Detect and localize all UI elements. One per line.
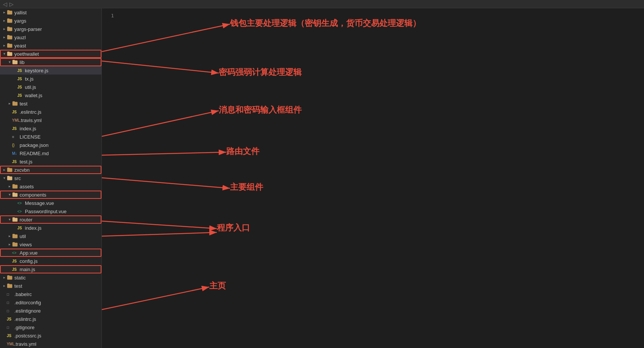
tree-item-test[interactable]: ▸ test <box>0 99 101 108</box>
svg-line-6 <box>102 221 217 229</box>
tree-item-views[interactable]: ▸ views <box>0 240 101 249</box>
folder-arrow-yeast[interactable]: ▸ <box>2 43 7 48</box>
tree-item-.travis.yml[interactable]: YML.travis.yml <box>0 116 101 124</box>
tree-item-.travis.yml2[interactable]: YML.travis.yml <box>0 340 101 348</box>
file-label-.gitignore: .gitignore <box>14 325 34 330</box>
tree-item-.eslintrc.js2[interactable]: JS.eslintrc.js <box>0 315 101 323</box>
editor-area: 1 钱包主要处理逻辑（密钥生成，货币交易处理逻辑）密码强弱计算处理逻辑消息和密码… <box>102 8 644 348</box>
folder-icon-util <box>12 233 18 239</box>
folder-arrow-static[interactable]: ▸ <box>2 275 7 280</box>
folder-arrow-router[interactable]: ▾ <box>7 217 12 222</box>
nav-prev-button[interactable]: ◁ <box>2 1 8 7</box>
folder-icon-zxcvbn <box>7 167 13 173</box>
tree-item-index.js[interactable]: JSindex.js <box>0 124 101 133</box>
folder-icon-yauzl <box>7 34 13 40</box>
file-label-test.js: test.js <box>20 159 32 165</box>
file-icon-App.vue: <> <box>12 251 18 255</box>
folder-label-yoethwallet: yoethwallet <box>14 51 39 57</box>
file-label-.eslintrc.js: .eslintrc.js <box>20 109 41 115</box>
folder-arrow-zxcvbn[interactable]: ▸ <box>2 167 7 172</box>
tree-item-.gitignore[interactable]: □.gitignore <box>0 323 101 331</box>
tree-item-yeast[interactable]: ▸ yeast <box>0 41 101 50</box>
folder-arrow-util[interactable]: ▸ <box>7 234 12 239</box>
svg-line-3 <box>102 111 219 136</box>
tree-item-config.js[interactable]: JSconfig.js <box>0 257 101 265</box>
line-number: 1 <box>102 12 114 20</box>
folder-arrow-yargs[interactable]: ▸ <box>2 18 7 23</box>
folder-arrow-yauzl[interactable]: ▸ <box>2 35 7 40</box>
tree-item-util[interactable]: ▸ util <box>0 232 101 240</box>
folder-arrow-lib[interactable]: ▾ <box>7 60 12 65</box>
tree-item-keystore.js[interactable]: JSkeystore.js <box>0 66 101 75</box>
folder-arrow-yargs-parser[interactable]: ▸ <box>2 26 7 32</box>
tree-item-yargs-parser[interactable]: ▸ yargs-parser <box>0 25 101 33</box>
folder-arrow-yoethwallet[interactable]: ▾ <box>2 51 7 56</box>
nav-arrows[interactable]: ◁ ▷ <box>2 1 14 7</box>
tree-item-router[interactable]: ▾ router <box>0 215 101 224</box>
folder-label-util: util <box>20 234 26 239</box>
folder-arrow-test-root[interactable]: ▸ <box>2 283 7 288</box>
tree-item-yauzl[interactable]: ▸ yauzl <box>0 33 101 41</box>
nav-next-button[interactable]: ▷ <box>9 1 14 7</box>
main-layout: ▸ yallist▸ yargs▸ yargs-parser▸ yauzl▸ y… <box>0 8 644 348</box>
file-label-.babelrc: .babelrc <box>14 292 32 297</box>
tree-item-assets[interactable]: ▸ assets <box>0 182 101 191</box>
file-tree-sidebar[interactable]: ▸ yallist▸ yargs▸ yargs-parser▸ yauzl▸ y… <box>0 8 102 348</box>
tree-item-.babelrc[interactable]: □.babelrc <box>0 290 101 298</box>
tree-item-test.js[interactable]: JStest.js <box>0 157 101 166</box>
tree-item-README.md[interactable]: M↓README.md <box>0 149 101 157</box>
tree-item-router-index.js[interactable]: JSindex.js <box>0 224 101 232</box>
tree-item-util.js[interactable]: JSutil.js <box>0 83 101 91</box>
folder-label-yargs: yargs <box>14 18 26 24</box>
tree-item-zxcvbn[interactable]: ▸ zxcvbn <box>0 166 101 174</box>
tree-item-.eslintignore[interactable]: □.eslintignore <box>0 307 101 315</box>
file-icon-.travis.yml2: YML <box>7 342 13 346</box>
tree-item-yallist[interactable]: ▸ yallist <box>0 8 101 17</box>
tree-item-package.json[interactable]: {}package.json <box>0 141 101 149</box>
tree-item-App.vue[interactable]: <>App.vue <box>0 249 101 257</box>
tree-item-static[interactable]: ▸ static <box>0 273 101 282</box>
folder-icon-assets <box>12 183 18 189</box>
folder-arrow-views[interactable]: ▸ <box>7 242 12 247</box>
file-icon-.eslintignore: □ <box>7 309 13 313</box>
tree-item-.eslintrc.js[interactable]: JS.eslintrc.js <box>0 108 101 116</box>
file-icon-wallet.js: JS <box>17 93 23 98</box>
file-icon-.eslintrc.js: JS <box>12 110 18 114</box>
tree-item-.postcssrc.js[interactable]: JS.postcssrc.js <box>0 331 101 340</box>
tree-item-Message.vue[interactable]: <>Message.vue <box>0 199 101 207</box>
folder-arrow-yallist[interactable]: ▸ <box>2 10 7 15</box>
annotation-ann3: 消息和密码输入框组件 <box>219 104 302 116</box>
file-label-keystore.js: keystore.js <box>25 68 48 73</box>
folder-arrow-assets[interactable]: ▸ <box>7 184 12 189</box>
folder-arrow-components[interactable]: ▾ <box>7 192 12 197</box>
tree-item-tx.js[interactable]: JStx.js <box>0 75 101 83</box>
file-icon-util.js: JS <box>17 85 23 89</box>
folder-label-yallist: yallist <box>14 10 27 15</box>
svg-line-8 <box>102 287 209 310</box>
folder-icon-yargs <box>7 18 13 24</box>
svg-line-1 <box>102 24 230 52</box>
file-label-App.vue: App.vue <box>20 250 38 256</box>
tree-item-src[interactable]: ▾ src <box>0 174 101 182</box>
tree-item-LICENSE[interactable]: ≡LICENSE <box>0 133 101 141</box>
file-label-.postcssrc.js: .postcssrc.js <box>14 333 41 339</box>
folder-label-components: components <box>20 192 46 198</box>
tree-item-.editorconfig[interactable]: □.editorconfig <box>0 298 101 307</box>
folder-label-router: router <box>20 217 32 223</box>
tree-item-yargs[interactable]: ▸ yargs <box>0 17 101 25</box>
tree-item-components[interactable]: ▾ components <box>0 191 101 199</box>
file-icon-config.js: JS <box>12 259 18 263</box>
file-icon-test.js: JS <box>12 160 18 164</box>
folder-icon-router <box>12 217 18 223</box>
folder-arrow-src[interactable]: ▾ <box>2 176 7 181</box>
tree-item-lib[interactable]: ▾ lib <box>0 58 101 66</box>
tree-item-main.js[interactable]: JSmain.js <box>0 265 101 273</box>
file-icon-package.json: {} <box>12 143 18 147</box>
file-icon-LICENSE: ≡ <box>12 135 18 139</box>
tree-item-test-root[interactable]: ▸ test <box>0 282 101 290</box>
tree-item-wallet.js[interactable]: JSwallet.js <box>0 91 101 99</box>
folder-arrow-test[interactable]: ▸ <box>7 101 12 106</box>
tree-item-yoethwallet[interactable]: ▾ yoethwallet <box>0 50 101 58</box>
tree-item-PasswordInput.vue[interactable]: <>PasswordInput.vue <box>0 207 101 215</box>
annotations-overlay: 钱包主要处理逻辑（密钥生成，货币交易处理逻辑）密码强弱计算处理逻辑消息和密码输入… <box>102 8 644 348</box>
